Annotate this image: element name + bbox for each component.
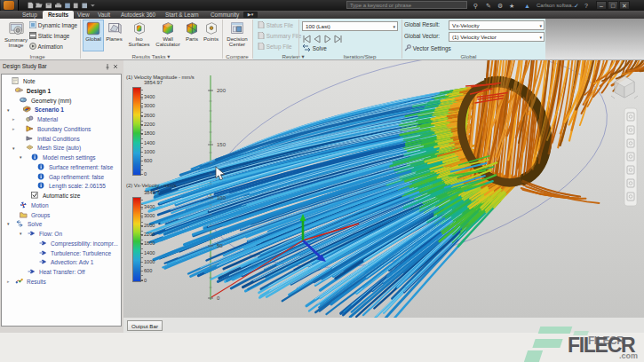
svg-text:100: 100 (217, 195, 227, 201)
svg-text:0: 0 (217, 295, 220, 301)
svg-text:50: 50 (217, 243, 223, 248)
svg-text:150: 150 (217, 142, 227, 147)
svg-text:200: 200 (217, 88, 227, 93)
